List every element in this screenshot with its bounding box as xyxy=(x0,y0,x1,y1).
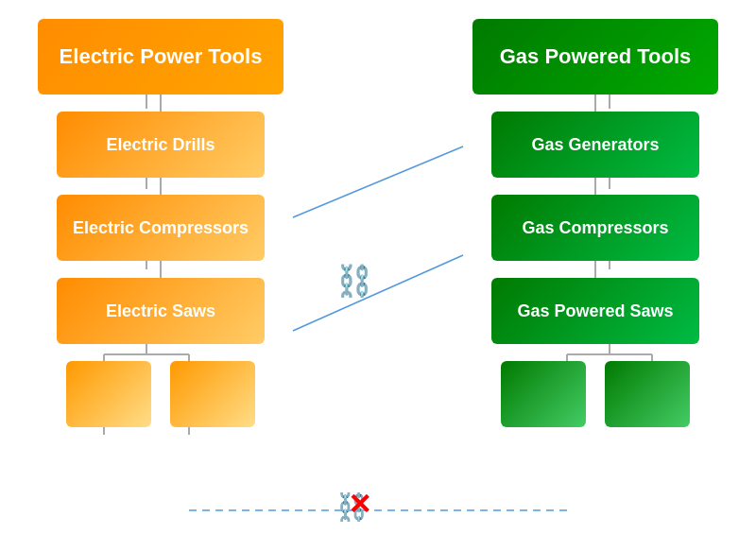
gas-powered-saws-box: Gas Powered Saws xyxy=(491,278,699,344)
connector-r2 xyxy=(594,178,596,195)
connector-3 xyxy=(160,261,162,278)
gas-compressors-box: Gas Compressors xyxy=(491,195,699,261)
right-leaf-row xyxy=(501,361,690,427)
electric-compressors-label: Electric Compressors xyxy=(73,218,249,238)
connector-r1 xyxy=(594,95,596,112)
gas-powered-tools-box: Gas Powered Tools xyxy=(472,19,718,95)
left-column: Electric Power Tools Electric Drills Ele… xyxy=(28,19,293,427)
gas-powered-tools-label: Gas Powered Tools xyxy=(500,44,692,69)
electric-drills-label: Electric Drills xyxy=(106,135,215,155)
connector-2 xyxy=(160,178,162,195)
svg-line-1 xyxy=(293,255,463,331)
right-leaf-1 xyxy=(501,361,586,427)
electric-saws-label: Electric Saws xyxy=(106,301,215,321)
left-leaf-row xyxy=(66,361,255,427)
diagram: Electric Power Tools Electric Drills Ele… xyxy=(0,0,756,551)
right-column: Gas Powered Tools Gas Generators Gas Com… xyxy=(463,19,728,427)
connector-r3 xyxy=(594,261,596,278)
electric-power-tools-box: Electric Power Tools xyxy=(38,19,284,95)
left-leaf-2 xyxy=(170,361,255,427)
left-leaf-1 xyxy=(66,361,151,427)
electric-compressors-box: Electric Compressors xyxy=(57,195,265,261)
chain-link-icon: ⛓️ xyxy=(335,263,373,299)
svg-line-0 xyxy=(293,146,463,217)
right-leaf-2 xyxy=(605,361,690,427)
gas-generators-label: Gas Generators xyxy=(531,135,659,155)
electric-drills-box: Electric Drills xyxy=(57,112,265,178)
x-mark-icon: ✕ xyxy=(348,488,371,521)
gas-compressors-label: Gas Compressors xyxy=(522,218,668,238)
connector-1 xyxy=(160,95,162,112)
gas-powered-saws-label: Gas Powered Saws xyxy=(517,301,673,321)
electric-power-tools-label: Electric Power Tools xyxy=(60,44,263,69)
gas-generators-box: Gas Generators xyxy=(491,112,699,178)
electric-saws-box: Electric Saws xyxy=(57,278,265,344)
